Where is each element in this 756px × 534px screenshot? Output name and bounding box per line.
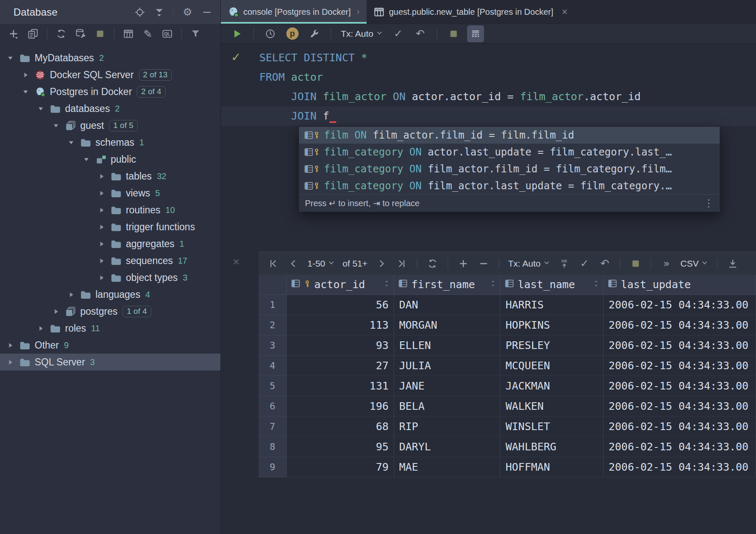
query-console-icon[interactable]: QL <box>159 25 176 42</box>
chevron-down-icon[interactable] <box>68 139 80 146</box>
column-header-last_name[interactable]: last_name <box>500 275 604 295</box>
cell-last_name[interactable]: WAHLBERG <box>500 437 604 457</box>
first-page-icon[interactable] <box>265 256 281 272</box>
export-format-dropdown[interactable]: CSV <box>679 259 710 269</box>
cell-last_update[interactable]: 2006-02-15 04:34:33.00 <box>604 396 756 417</box>
row-count-label[interactable]: of 51+ <box>341 259 369 269</box>
chevron-right-icon[interactable] <box>98 257 111 264</box>
hide-panel-icon[interactable] <box>199 4 215 21</box>
chevron-right-icon[interactable] <box>7 359 19 366</box>
export-data-icon[interactable] <box>725 256 741 272</box>
tree-item-languages[interactable]: languages4 <box>0 286 220 303</box>
chevron-right-icon[interactable] <box>37 325 50 332</box>
tree-item-postgres[interactable]: postgres1 of 4 <box>0 303 220 320</box>
cell-first_name[interactable]: MAE <box>394 457 500 477</box>
chevron-right-icon[interactable] <box>98 240 111 248</box>
chevron-down-icon[interactable] <box>7 54 19 62</box>
row-number[interactable]: 8 <box>258 437 287 457</box>
cell-actor_id[interactable]: 68 <box>287 417 394 437</box>
add-row-icon[interactable] <box>455 256 471 272</box>
cell-first_name[interactable]: BELA <box>394 396 500 417</box>
tree-item-object-types[interactable]: object types3 <box>0 269 220 286</box>
reload-page-icon[interactable] <box>424 256 441 272</box>
chevron-right-icon[interactable] <box>98 190 111 197</box>
cell-last_name[interactable]: PRESLEY <box>500 335 604 356</box>
tree-item-databases[interactable]: databases2 <box>0 100 220 117</box>
cell-last_update[interactable]: 2006-02-15 04:34:33.00 <box>604 356 756 376</box>
tree-item-schemas[interactable]: schemas1 <box>0 134 220 151</box>
tree-item-guest[interactable]: guest1 of 5 <box>0 117 220 134</box>
column-header-last_update[interactable]: last_update <box>604 275 756 295</box>
tx-mode-dropdown[interactable]: Tx: Auto <box>339 29 385 39</box>
cell-last_name[interactable]: MCQUEEN <box>500 356 604 376</box>
sort-arrows-icon[interactable] <box>593 278 599 291</box>
stop-icon[interactable] <box>445 25 462 42</box>
code-line-2[interactable]: FROM actor <box>221 68 756 87</box>
more-actions-icon[interactable]: » <box>658 256 674 272</box>
close-results-icon[interactable]: × <box>233 255 239 269</box>
row-number[interactable]: 3 <box>258 335 287 356</box>
submit-to-database-icon[interactable]: DB <box>556 256 572 272</box>
in-editor-results-icon[interactable] <box>467 25 484 42</box>
cell-actor_id[interactable]: 196 <box>287 396 394 417</box>
console-settings-icon[interactable] <box>306 25 323 42</box>
duplicate-icon[interactable] <box>24 25 41 42</box>
tree-item-roles[interactable]: roles11 <box>0 320 220 337</box>
row-number[interactable]: 9 <box>258 457 287 477</box>
chevron-down-icon[interactable] <box>52 122 65 129</box>
tx-mode-dropdown[interactable]: Tx: Auto <box>506 259 552 269</box>
close-icon[interactable]: × <box>562 6 568 18</box>
locate-icon[interactable] <box>131 4 148 21</box>
commit-icon[interactable]: ✓ <box>390 25 407 42</box>
code-line-3[interactable]: JOIN film_actor ON actor.actor_id = film… <box>221 87 756 106</box>
cell-last_update[interactable]: 2006-02-15 04:34:33.00 <box>604 335 756 356</box>
chevron-right-icon[interactable] <box>98 173 111 180</box>
stop-icon[interactable] <box>92 25 109 42</box>
tree-item-sql-server[interactable]: SQL Server3 <box>0 354 220 371</box>
tab-new-table[interactable]: guest.public.new_table [Postgres in Dock… <box>367 0 574 24</box>
column-header-first_name[interactable]: first_name <box>394 275 500 295</box>
completion-item[interactable]: film_category ON film_actor.last_update … <box>299 177 720 194</box>
cell-last_name[interactable]: WINSLET <box>500 417 604 437</box>
cell-actor_id[interactable]: 27 <box>287 356 394 376</box>
edit-icon[interactable]: ✎ <box>139 25 156 42</box>
column-header-actor_id[interactable]: actor_id <box>287 275 394 295</box>
sort-arrows-icon[interactable] <box>490 278 496 291</box>
cell-first_name[interactable]: DAN <box>394 295 500 315</box>
cell-last_update[interactable]: 2006-02-15 04:34:33.00 <box>604 295 756 315</box>
chevron-right-icon[interactable] <box>98 274 111 281</box>
tree-item-trigger-functions[interactable]: trigger functions <box>0 218 220 235</box>
cell-actor_id[interactable]: 79 <box>287 457 394 477</box>
code-line-4[interactable]: JOIN f <box>221 106 756 126</box>
chevron-down-icon[interactable] <box>83 156 95 163</box>
cell-actor_id[interactable]: 113 <box>287 315 394 335</box>
cell-actor_id[interactable]: 56 <box>287 295 394 315</box>
cell-last_name[interactable]: HARRIS <box>500 295 604 315</box>
row-number[interactable]: 5 <box>258 376 287 396</box>
cell-actor_id[interactable]: 95 <box>287 437 394 457</box>
cell-actor_id[interactable]: 93 <box>287 335 394 356</box>
settings-gear-icon[interactable]: ⚙ <box>179 4 196 21</box>
completion-item[interactable]: film ON film_actor.film_id = film.film_i… <box>299 127 720 144</box>
commit-icon[interactable]: ✓ <box>577 256 593 272</box>
tree-item-mydatabases[interactable]: MyDatabases2 <box>0 49 220 66</box>
rollback-icon[interactable]: ↶ <box>597 256 613 272</box>
chevron-right-icon[interactable] <box>7 342 19 349</box>
cell-last_update[interactable]: 2006-02-15 04:34:33.00 <box>604 376 756 396</box>
tree-item-tables[interactable]: tables32 <box>0 168 220 185</box>
cell-actor_id[interactable]: 131 <box>287 376 394 396</box>
cell-first_name[interactable]: JANE <box>394 376 500 396</box>
previous-page-icon[interactable] <box>286 256 302 272</box>
chevron-down-icon[interactable] <box>37 105 50 112</box>
row-number[interactable]: 2 <box>258 315 287 335</box>
postgres-dialect-icon[interactable]: p <box>284 25 301 42</box>
tree-item-routines[interactable]: routines10 <box>0 202 220 218</box>
chevron-right-icon[interactable] <box>22 71 35 79</box>
tree-item-sequences[interactable]: sequences17 <box>0 252 220 269</box>
cell-last_name[interactable]: HOFFMAN <box>500 457 604 477</box>
new-datasource-icon[interactable] <box>5 25 22 42</box>
cell-last_update[interactable]: 2006-02-15 04:34:33.00 <box>604 457 756 477</box>
execute-icon[interactable] <box>228 25 245 42</box>
tree-item-other[interactable]: Other9 <box>0 337 220 354</box>
completion-item[interactable]: film_category ON actor.last_update = fil… <box>299 144 720 161</box>
